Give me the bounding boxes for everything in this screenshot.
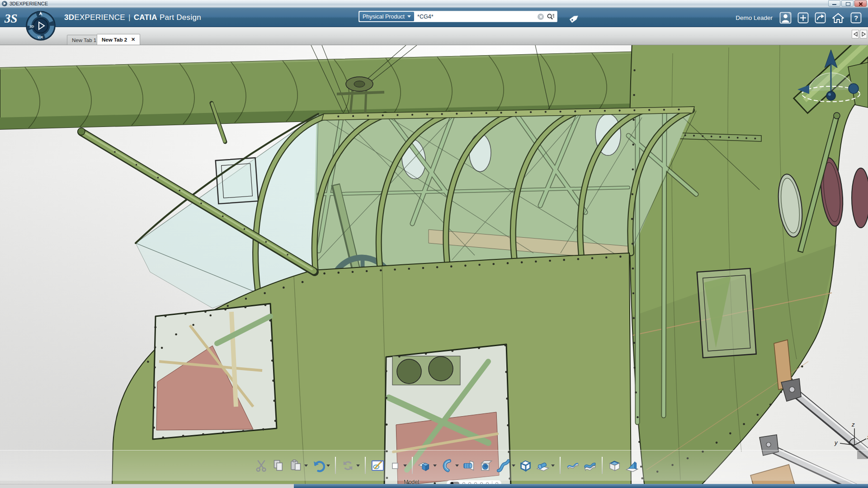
app-bar: 3S 3D V.R 3DEXPERIENCE|CATIA Part Design…: [0, 8, 868, 27]
application-title: 3DEXPERIENCE|CATIA Part Design: [64, 13, 201, 22]
dassault-systemes-logo: 3S: [4, 10, 25, 26]
dropdown-caret-icon[interactable]: [403, 465, 407, 467]
nose-window-left: [153, 304, 277, 439]
axis-y-label: y: [834, 439, 838, 446]
tool-thick-surface-icon[interactable]: [582, 457, 597, 474]
app-window-icon: [2, 1, 7, 6]
tool-groove-icon[interactable]: [462, 457, 476, 474]
compass-3d-label: 3D: [29, 24, 34, 28]
tool-update-icon[interactable]: [340, 457, 360, 474]
tool-wireframe-box-icon[interactable]: [518, 457, 533, 474]
rotate-right-handle-icon[interactable]: [849, 84, 859, 94]
tool-cylinder-icon[interactable]: [535, 457, 555, 474]
user-name[interactable]: Demo Leader: [736, 14, 773, 21]
maximize-button[interactable]: [841, 0, 854, 7]
application-window: 3DEXPERIENCE 3S 3D V.R 3DEXPERIENCE|CATI…: [0, 0, 868, 488]
tool-rib-icon[interactable]: [496, 457, 516, 474]
home-icon[interactable]: [832, 12, 844, 24]
add-content-icon[interactable]: [797, 12, 809, 23]
dropdown-caret-icon[interactable]: [551, 465, 555, 467]
toolbar-separator: [412, 457, 413, 474]
tab-close-icon[interactable]: ✕: [131, 37, 135, 42]
tool-positioned-sketch-icon[interactable]: [370, 457, 385, 474]
toolbar-separator: [365, 457, 366, 474]
window-title-bar[interactable]: 3DEXPERIENCE: [0, 0, 868, 8]
dropdown-caret-icon[interactable]: [512, 465, 515, 467]
tool-pad-icon[interactable]: [417, 457, 437, 474]
toolbar-separator: [335, 457, 336, 474]
bottom-strip-left: [0, 484, 294, 488]
axis-z-label: z: [851, 421, 855, 428]
tab-scroll-right-icon[interactable]: [860, 30, 867, 38]
dropdown-caret-icon[interactable]: [433, 465, 437, 467]
compass-vr-label: V.R: [38, 35, 43, 39]
tag-icon[interactable]: [569, 12, 581, 26]
chevron-down-icon: [407, 15, 411, 18]
tool-stiffener-icon[interactable]: [624, 457, 639, 474]
toolbar-separator: [560, 457, 561, 474]
search-scope-label: Physical Product: [363, 14, 405, 20]
tool-hole-icon[interactable]: [479, 457, 494, 474]
compass-menu[interactable]: 3D V.R: [25, 10, 56, 41]
3d-viewport[interactable]: z y x: [0, 45, 868, 488]
action-bar-toolbar: [254, 456, 639, 474]
tool-copy-icon[interactable]: [271, 457, 286, 474]
dropdown-caret-icon[interactable]: [455, 465, 459, 467]
dropdown-caret-icon[interactable]: [326, 465, 330, 467]
close-button[interactable]: [854, 0, 867, 7]
tab-scroll-left-icon[interactable]: [852, 30, 859, 38]
tool-sketch-grid-icon[interactable]: [387, 457, 407, 474]
dropdown-caret-icon[interactable]: [356, 465, 360, 467]
tool-shell-icon[interactable]: [607, 457, 622, 474]
tool-cut-icon[interactable]: [254, 457, 269, 474]
search-options-icon[interactable]: [547, 13, 555, 20]
svg-text:?: ?: [854, 14, 858, 22]
side-window-frame: [697, 268, 756, 358]
window-title: 3DEXPERIENCE: [9, 1, 48, 6]
toolbar-separator: [602, 457, 603, 474]
tab-strip: New Tab 1 New Tab 2 ✕: [0, 27, 868, 45]
tool-surface-offset-icon[interactable]: [565, 457, 580, 474]
tool-undo-icon[interactable]: [311, 457, 330, 474]
minimize-button[interactable]: [828, 0, 840, 7]
tab-new-tab-2[interactable]: New Tab 2 ✕: [97, 34, 140, 45]
share-icon[interactable]: [815, 12, 826, 23]
user-avatar-icon[interactable]: [779, 12, 792, 24]
search-bar[interactable]: Physical Product: [359, 11, 557, 22]
search-input[interactable]: [415, 14, 538, 20]
search-scope-dropdown[interactable]: Physical Product: [359, 12, 414, 21]
help-icon[interactable]: ?: [850, 12, 862, 23]
tool-shaft-icon[interactable]: [439, 457, 459, 474]
tool-paste-icon[interactable]: [288, 457, 308, 474]
tab-new-tab-1[interactable]: New Tab 1: [67, 35, 101, 45]
clear-search-icon[interactable]: [538, 14, 544, 20]
svg-text:3S: 3S: [4, 12, 18, 25]
compass-center-icon[interactable]: [826, 91, 835, 100]
dropdown-caret-icon[interactable]: [304, 465, 308, 467]
bottom-strip-blue: [294, 484, 868, 488]
